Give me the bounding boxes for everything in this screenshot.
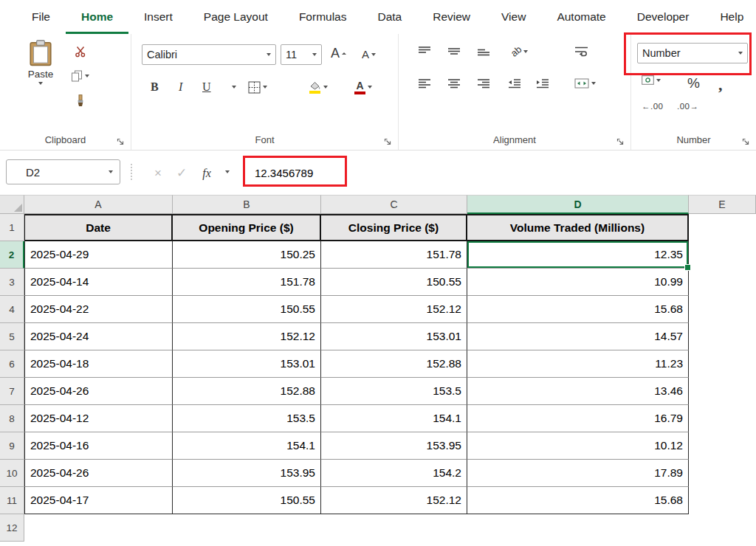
cell-A7[interactable]: 2025-04-26 bbox=[24, 378, 173, 405]
formula-bar-expand-icon[interactable] bbox=[225, 170, 230, 173]
cell-C5[interactable]: 153.01 bbox=[321, 323, 467, 350]
cell-B1[interactable]: Opening Price ($) bbox=[173, 214, 321, 241]
cell-C9[interactable]: 153.95 bbox=[321, 432, 467, 460]
increase-decimal-button[interactable]: ←.00 bbox=[642, 102, 664, 111]
column-header-E[interactable]: E bbox=[689, 195, 756, 214]
column-header-A[interactable]: A bbox=[24, 195, 173, 214]
accounting-format-button[interactable] bbox=[642, 75, 661, 85]
cell-D10[interactable]: 17.89 bbox=[467, 460, 689, 487]
decrease-indent-button[interactable] bbox=[508, 78, 521, 89]
cell-E5[interactable] bbox=[689, 323, 756, 350]
align-center-button[interactable] bbox=[447, 78, 461, 89]
row-header-8[interactable]: 8 bbox=[0, 405, 24, 432]
cell-A6[interactable]: 2025-04-18 bbox=[24, 350, 173, 378]
cell-D1[interactable]: Volume Traded (Millions) bbox=[467, 214, 689, 241]
cell-B2[interactable]: 150.25 bbox=[173, 241, 321, 269]
font-dialog-launcher[interactable] bbox=[384, 136, 393, 145]
cell-B10[interactable]: 153.95 bbox=[173, 460, 321, 487]
cell-E9[interactable] bbox=[689, 432, 756, 460]
cell-E10[interactable] bbox=[689, 460, 756, 487]
cell-C12[interactable] bbox=[321, 514, 467, 542]
cell-A12[interactable] bbox=[24, 514, 173, 542]
comma-style-button[interactable]: , bbox=[718, 75, 723, 94]
cell-E12[interactable] bbox=[689, 514, 756, 542]
insert-function-icon[interactable]: fx bbox=[196, 151, 217, 195]
alignment-dialog-launcher[interactable] bbox=[616, 136, 625, 145]
cell-B7[interactable]: 152.88 bbox=[173, 378, 321, 405]
cell-A10[interactable]: 2025-04-26 bbox=[24, 460, 173, 487]
cell-C11[interactable]: 152.12 bbox=[321, 487, 467, 514]
cell-D3[interactable]: 10.99 bbox=[467, 269, 689, 296]
cell-D9[interactable]: 10.12 bbox=[467, 432, 689, 460]
cell-D11[interactable]: 15.68 bbox=[467, 487, 689, 514]
cell-A11[interactable]: 2025-04-17 bbox=[24, 487, 173, 514]
underline-dropdown-icon[interactable] bbox=[232, 77, 236, 97]
enter-icon[interactable]: ✓ bbox=[171, 151, 192, 195]
row-header-4[interactable]: 4 bbox=[0, 296, 24, 323]
cell-C2[interactable]: 151.78 bbox=[321, 241, 467, 269]
fill-color-button[interactable] bbox=[309, 77, 328, 97]
cell-D4[interactable]: 15.68 bbox=[467, 296, 689, 323]
cell-C8[interactable]: 154.1 bbox=[321, 405, 467, 432]
bold-button[interactable]: B bbox=[151, 77, 159, 97]
cell-E8[interactable] bbox=[689, 405, 756, 432]
row-header-11[interactable]: 11 bbox=[0, 487, 24, 514]
font-size-combo[interactable]: 11 bbox=[281, 44, 322, 65]
row-header-10[interactable]: 10 bbox=[0, 460, 24, 487]
cell-B11[interactable]: 150.55 bbox=[173, 487, 321, 514]
tab-developer[interactable]: Developer bbox=[622, 0, 705, 34]
row-header-7[interactable]: 7 bbox=[0, 378, 24, 405]
cell-A2[interactable]: 2025-04-29 bbox=[24, 241, 173, 269]
row-header-6[interactable]: 6 bbox=[0, 350, 24, 378]
cell-C10[interactable]: 154.2 bbox=[321, 460, 467, 487]
align-top-button[interactable] bbox=[418, 46, 431, 56]
cancel-icon[interactable]: × bbox=[148, 151, 168, 195]
tab-page-layout[interactable]: Page Layout bbox=[188, 0, 284, 34]
increase-indent-button[interactable] bbox=[536, 78, 549, 89]
cell-C1[interactable]: Closing Price ($) bbox=[321, 214, 467, 241]
tab-review[interactable]: Review bbox=[417, 0, 486, 34]
tab-home[interactable]: Home bbox=[66, 0, 128, 34]
decrease-decimal-button[interactable]: .00→ bbox=[677, 102, 699, 111]
align-middle-button[interactable] bbox=[447, 46, 461, 56]
cell-B3[interactable]: 151.78 bbox=[173, 269, 321, 296]
decrease-font-size-button[interactable]: A bbox=[362, 48, 376, 61]
format-painter-button[interactable] bbox=[71, 91, 89, 109]
cell-A5[interactable]: 2025-04-24 bbox=[24, 323, 173, 350]
tab-help[interactable]: Help bbox=[704, 0, 756, 34]
column-header-C[interactable]: C bbox=[321, 195, 467, 214]
cell-E1[interactable] bbox=[689, 214, 756, 241]
cell-C4[interactable]: 152.12 bbox=[321, 296, 467, 323]
copy-button[interactable] bbox=[71, 67, 89, 85]
cell-E11[interactable] bbox=[689, 487, 756, 514]
cell-E2[interactable] bbox=[689, 241, 756, 269]
cell-A9[interactable]: 2025-04-16 bbox=[24, 432, 173, 460]
cell-B4[interactable]: 150.55 bbox=[173, 296, 321, 323]
name-box[interactable]: D2 bbox=[6, 159, 120, 184]
cell-E6[interactable] bbox=[689, 350, 756, 378]
cell-D5[interactable]: 14.57 bbox=[467, 323, 689, 350]
cell-C6[interactable]: 152.88 bbox=[321, 350, 467, 378]
align-bottom-button[interactable] bbox=[477, 46, 490, 56]
font-name-combo[interactable]: Calibri bbox=[142, 44, 276, 65]
row-header-12[interactable]: 12 bbox=[0, 514, 24, 542]
align-left-button[interactable] bbox=[418, 78, 431, 89]
cell-E7[interactable] bbox=[689, 378, 756, 405]
tab-data[interactable]: Data bbox=[362, 0, 417, 34]
clipboard-dialog-launcher[interactable] bbox=[117, 136, 126, 145]
tab-automate[interactable]: Automate bbox=[541, 0, 621, 34]
cell-A8[interactable]: 2025-04-12 bbox=[24, 405, 173, 432]
tab-insert[interactable]: Insert bbox=[128, 0, 188, 34]
formula-input[interactable]: 12.3456789 bbox=[255, 151, 313, 195]
row-header-9[interactable]: 9 bbox=[0, 432, 24, 460]
orientation-button[interactable]: ab bbox=[511, 46, 528, 57]
font-color-button[interactable]: A bbox=[354, 77, 372, 97]
cell-B6[interactable]: 153.01 bbox=[173, 350, 321, 378]
merge-center-button[interactable] bbox=[574, 78, 596, 89]
cell-B9[interactable]: 154.1 bbox=[173, 432, 321, 460]
cell-B5[interactable]: 152.12 bbox=[173, 323, 321, 350]
cell-B8[interactable]: 153.5 bbox=[173, 405, 321, 432]
select-all-button[interactable] bbox=[0, 195, 24, 214]
align-right-button[interactable] bbox=[477, 78, 490, 89]
tab-file[interactable]: File bbox=[16, 0, 66, 34]
